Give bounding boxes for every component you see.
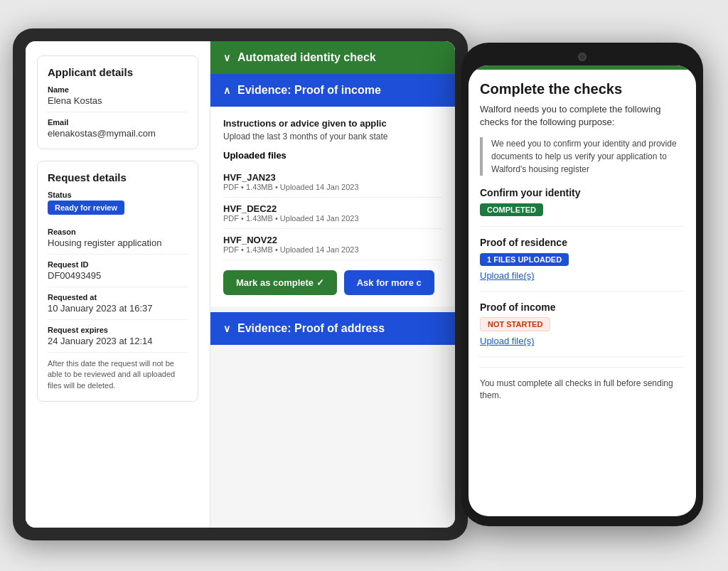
proof-income-section-header[interactable]: ∧ Evidence: Proof of income — [210, 74, 455, 107]
request-id-label: Request ID — [48, 260, 188, 269]
request-card-title: Request details — [48, 171, 188, 183]
file-meta-nov: PDF • 1.43MB • Uploaded 14 Jan 2023 — [223, 245, 442, 254]
expires-note: After this date the request will not be … — [48, 358, 188, 391]
request-card: Request details Status Ready for review … — [37, 161, 198, 402]
phone-screen: Complete the checks Walford needs you to… — [469, 65, 696, 516]
instructions-desc: Upload the last 3 months of your bank st… — [223, 132, 442, 142]
proof-address-label: Evidence: Proof of address — [237, 322, 385, 335]
check-income: Proof of income NOT STARTED Upload file(… — [480, 301, 685, 357]
phone-blockquote: We need you to confirm your identity and… — [480, 137, 685, 176]
identity-check-section-header[interactable]: ∨ Automated identity check — [210, 41, 455, 74]
email-value: elenakostas@mymail.com — [48, 128, 188, 139]
file-name-jan: HVF_JAN23 — [223, 172, 442, 183]
badge-files-uploaded: 1 FILES UPLOADED — [480, 253, 569, 266]
status-badge: Ready for review — [48, 201, 124, 215]
file-name-nov: HVF_NOV22 — [223, 235, 442, 245]
phone-subtitle: Walford needs you to complete the follow… — [480, 103, 685, 129]
identity-check-label: Automated identity check — [237, 51, 376, 64]
files-title: Uploaded files — [223, 150, 442, 161]
action-buttons: Mark as complete ✓ Ask for more c — [223, 270, 442, 295]
check-identity: Confirm your identity COMPLETED — [480, 187, 685, 227]
check-identity-title: Confirm your identity — [480, 187, 685, 198]
request-expires-label: Request expires — [48, 326, 188, 334]
requested-at-label: Requested at — [48, 293, 188, 301]
identity-check-chevron: ∨ — [223, 52, 230, 63]
request-expires-value: 24 January 2023 at 12:14 — [48, 336, 188, 353]
file-item-dec: HVF_DEC22 PDF • 1.43MB • Uploaded 14 Jan… — [223, 198, 442, 229]
upload-residence-link[interactable]: Upload file(s) — [480, 270, 685, 281]
applicant-card-title: Applicant details — [48, 66, 188, 78]
reason-value: Housing register application — [48, 238, 188, 255]
badge-not-started: NOT STARTED — [480, 317, 550, 331]
requested-at-value: 10 January 2023 at 16:37 — [48, 303, 188, 320]
applicant-card: Applicant details Name Elena Kostas Emai… — [37, 55, 198, 149]
badge-completed: COMPLETED — [480, 203, 543, 216]
name-value: Elena Kostas — [48, 95, 188, 112]
phone-camera — [578, 53, 587, 61]
phone-content: Complete the checks Walford needs you to… — [469, 70, 696, 516]
upload-income-link[interactable]: Upload file(s) — [480, 336, 685, 346]
file-item-nov: HVF_NOV22 PDF • 1.43MB • Uploaded 14 Jan… — [223, 229, 442, 260]
phone-page-title: Complete the checks — [480, 81, 685, 97]
tablet-screen: Applicant details Name Elena Kostas Emai… — [26, 41, 455, 528]
reason-label: Reason — [48, 228, 188, 236]
status-label: Status — [48, 191, 188, 199]
file-name-dec: HVF_DEC22 — [223, 203, 442, 214]
ask-more-button[interactable]: Ask for more c — [344, 270, 434, 295]
proof-income-content: Instructions or advice given to applic U… — [210, 107, 455, 306]
file-meta-dec: PDF • 1.43MB • Uploaded 14 Jan 2023 — [223, 214, 442, 223]
proof-address-chevron: ∨ — [223, 323, 230, 334]
phone-footer-text: You must complete all checks in full bef… — [480, 367, 685, 402]
right-panel: ∨ Automated identity check ∧ Evidence: P… — [210, 41, 455, 528]
left-panel: Applicant details Name Elena Kostas Emai… — [26, 41, 210, 528]
email-label: Email — [48, 118, 188, 127]
phone-device: Complete the checks Walford needs you to… — [461, 43, 703, 526]
check-income-title: Proof of income — [480, 301, 685, 313]
check-residence-title: Proof of residence — [480, 237, 685, 248]
mark-complete-button[interactable]: Mark as complete ✓ — [223, 270, 337, 295]
phone-blockquote-text: We need you to confirm your identity and… — [491, 137, 685, 176]
proof-income-label: Evidence: Proof of income — [237, 84, 381, 97]
file-meta-jan: PDF • 1.43MB • Uploaded 14 Jan 2023 — [223, 183, 442, 191]
proof-address-section-header[interactable]: ∨ Evidence: Proof of address — [210, 312, 455, 345]
request-id-value: DF00493495 — [48, 270, 188, 287]
file-item-jan: HVF_JAN23 PDF • 1.43MB • Uploaded 14 Jan… — [223, 166, 442, 198]
check-residence: Proof of residence 1 FILES UPLOADED Uplo… — [480, 237, 685, 292]
proof-income-chevron: ∧ — [223, 85, 230, 96]
tablet-device: Applicant details Name Elena Kostas Emai… — [13, 28, 468, 540]
instructions-title: Instructions or advice given to applic — [223, 118, 442, 129]
name-label: Name — [48, 85, 188, 94]
